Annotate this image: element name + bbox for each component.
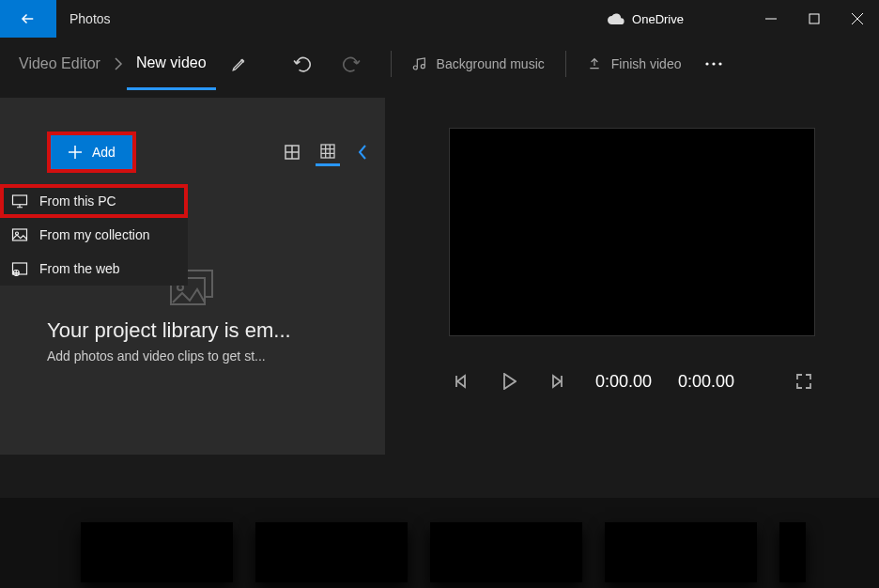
- chevron-right-icon: [110, 57, 127, 70]
- svg-rect-0: [810, 14, 819, 23]
- svg-rect-5: [321, 145, 334, 158]
- svg-point-2: [713, 62, 716, 65]
- titlebar: Photos OneDrive: [0, 0, 879, 38]
- next-frame-button[interactable]: [547, 370, 569, 393]
- view-large-button[interactable]: [280, 138, 304, 166]
- library-header: Add: [0, 120, 385, 184]
- grid-small-icon: [320, 144, 335, 159]
- image-icon: [11, 227, 28, 242]
- svg-rect-9: [13, 195, 27, 205]
- chevron-left-icon: [357, 144, 368, 161]
- playback-time-total: 0:00.00: [678, 372, 734, 392]
- add-button-label: Add: [92, 145, 116, 160]
- fullscreen-icon: [795, 373, 812, 390]
- view-small-button[interactable]: [316, 138, 340, 166]
- close-button[interactable]: [836, 0, 879, 38]
- storyboard-clip[interactable]: [430, 522, 582, 582]
- close-icon: [852, 13, 863, 24]
- playback-time-current: 0:00.00: [595, 372, 652, 392]
- step-forward-icon: [550, 374, 565, 389]
- add-menu-from-web[interactable]: From the web: [0, 252, 188, 286]
- collapse-library-button[interactable]: [351, 144, 368, 161]
- undo-icon: [293, 55, 314, 72]
- add-menu-from-collection[interactable]: From my collection: [0, 218, 188, 252]
- redo-icon: [340, 55, 361, 72]
- toolbar-divider: [391, 51, 392, 77]
- onedrive-label: OneDrive: [632, 12, 684, 26]
- storyboard-clip[interactable]: [255, 522, 408, 582]
- step-back-icon: [453, 374, 468, 389]
- maximize-icon: [809, 13, 820, 24]
- onedrive-status[interactable]: OneDrive: [608, 12, 684, 26]
- breadcrumb-root[interactable]: Video Editor: [9, 38, 110, 90]
- video-preview[interactable]: [449, 128, 815, 336]
- more-button[interactable]: [694, 61, 733, 67]
- back-button[interactable]: [0, 0, 56, 38]
- background-music-label: Background music: [437, 56, 545, 71]
- library-empty-title: Your project library is em...: [47, 318, 366, 343]
- music-icon: [412, 56, 427, 71]
- fullscreen-button[interactable]: [793, 370, 815, 393]
- add-menu: From this PC From my collection From the…: [0, 184, 188, 286]
- finish-video-label: Finish video: [611, 56, 682, 71]
- storyboard[interactable]: [0, 498, 879, 588]
- play-icon: [501, 373, 517, 390]
- storyboard-clip[interactable]: [779, 522, 806, 582]
- pencil-icon: [231, 55, 248, 72]
- add-menu-from-pc[interactable]: From this PC: [0, 184, 188, 218]
- back-arrow-icon: [20, 10, 37, 27]
- play-button[interactable]: [498, 370, 520, 393]
- content-area: Add: [0, 90, 879, 485]
- export-icon: [587, 56, 602, 71]
- cloud-icon: [608, 13, 625, 24]
- finish-video-button[interactable]: Finish video: [574, 38, 695, 90]
- add-menu-from-collection-label: From my collection: [39, 227, 149, 242]
- storyboard-clip[interactable]: [81, 522, 233, 582]
- minimize-button[interactable]: [749, 0, 793, 38]
- add-menu-from-web-label: From the web: [39, 261, 120, 276]
- undo-button[interactable]: [280, 55, 327, 72]
- toolbar-divider: [565, 51, 566, 77]
- plus-icon: [68, 145, 83, 160]
- maximize-button[interactable]: [793, 0, 836, 38]
- playback-controls: 0:00.00 0:00.00: [449, 370, 815, 393]
- app-title: Photos: [69, 11, 111, 26]
- library-empty-subtitle: Add photos and video clips to get st...: [47, 348, 366, 364]
- add-menu-from-pc-label: From this PC: [39, 193, 116, 209]
- svg-point-1: [706, 62, 709, 65]
- svg-point-3: [719, 62, 722, 65]
- redo-button[interactable]: [327, 55, 374, 72]
- svg-rect-10: [13, 229, 27, 240]
- preview-area: 0:00.00 0:00.00: [449, 128, 815, 393]
- rename-button[interactable]: [216, 55, 263, 72]
- grid-large-icon: [285, 145, 300, 160]
- prev-frame-button[interactable]: [449, 370, 471, 393]
- background-music-button[interactable]: Background music: [399, 38, 558, 90]
- breadcrumb-current[interactable]: New video: [127, 38, 216, 90]
- more-icon: [704, 61, 723, 67]
- web-image-icon: [11, 261, 28, 276]
- minimize-icon: [765, 13, 777, 24]
- storyboard-clip[interactable]: [605, 522, 757, 582]
- add-button[interactable]: Add: [47, 132, 136, 173]
- pc-icon: [11, 193, 28, 209]
- toolbar: Video Editor New video Background music …: [0, 38, 879, 90]
